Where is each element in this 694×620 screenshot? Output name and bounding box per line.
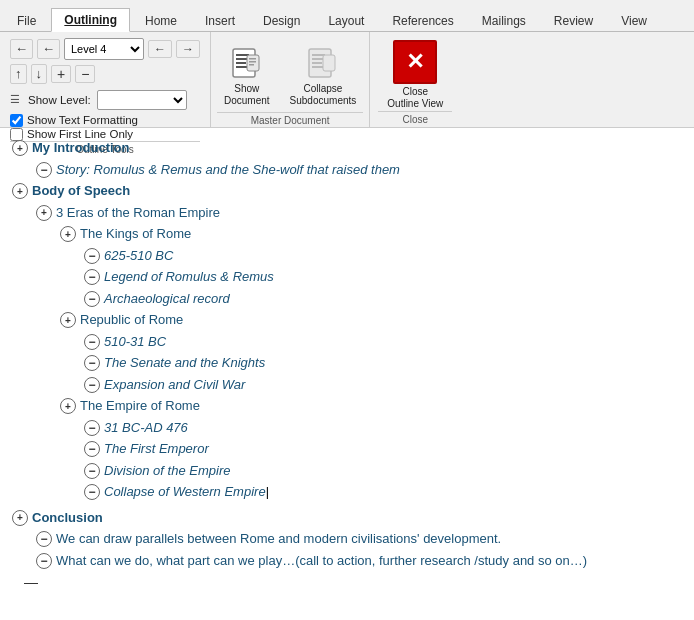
demote-btn[interactable]: → [176,40,200,58]
expand-republic[interactable]: + [60,312,76,328]
collapse-subdocuments-icon [305,45,341,81]
toggle-collapse[interactable]: − [84,484,100,500]
list-item: − Story: Romulus & Remus and the She-wol… [36,160,682,180]
ribbon: ← ← Level 4 Level 1 Level 2 Level 3 Leve… [0,32,694,128]
show-formatting-label: Show Text Formatting [27,114,138,126]
expand-conclusion[interactable]: + [12,510,28,526]
toggle-division[interactable]: − [84,463,100,479]
close-section: ✕ CloseOutline View Close [370,32,460,127]
kings-text[interactable]: The Kings of Rome [80,224,191,244]
tab-mailings[interactable]: Mailings [469,9,539,32]
list-item: − We can draw parallels between Rome and… [36,529,682,549]
nav-back-btn[interactable]: ← [10,39,33,59]
toggle-legend[interactable]: − [84,269,100,285]
collapse-subdocuments-button[interactable]: CollapseSubdocuments [283,40,364,112]
tab-view[interactable]: View [608,9,660,32]
list-item: + 3 Eras of the Roman Empire [36,203,682,223]
dash-line: — [24,574,682,590]
show-level-icon: ☰ [10,93,20,106]
list-item: − 625-510 BC [84,246,682,266]
tab-file[interactable]: File [4,9,49,32]
list-item: + Conclusion [12,508,682,528]
tab-outlining[interactable]: Outlining [51,8,130,32]
expand-empire[interactable]: + [60,398,76,414]
body-of-speech-text[interactable]: Body of Speech [32,181,130,201]
list-item: + My Introduction [12,138,682,158]
tab-review[interactable]: Review [541,9,606,32]
tab-layout[interactable]: Layout [315,9,377,32]
list-item: − Division of the Empire [84,461,682,481]
collapse-text[interactable]: Collapse of Western Empire [104,482,269,502]
tab-references[interactable]: References [379,9,466,32]
master-document-label: Master Document [217,112,363,126]
tab-insert[interactable]: Insert [192,9,248,32]
show-first-line-checkbox[interactable] [10,128,23,141]
empire-text[interactable]: The Empire of Rome [80,396,200,416]
510-text[interactable]: 510-31 BC [104,332,166,352]
list-item: − The First Emperor [84,439,682,459]
3-eras-text[interactable]: 3 Eras of the Roman Empire [56,203,220,223]
toggle-conclusion-1[interactable]: − [36,531,52,547]
31bc-text[interactable]: 31 BC-AD 476 [104,418,188,438]
show-formatting-checkbox[interactable] [10,114,23,127]
move-up-btn[interactable]: ↑ [10,64,27,84]
list-item: − Collapse of Western Empire [84,482,682,502]
expand-btn[interactable]: + [51,65,71,83]
list-item: + Body of Speech [12,181,682,201]
toggle-510[interactable]: − [84,334,100,350]
nav-forward-btn[interactable]: ← [37,39,60,59]
list-item: − The Senate and the Knights [84,353,682,373]
close-label: Close [378,111,452,125]
close-outline-view-button[interactable]: ✕ CloseOutline View [378,36,452,111]
toggle-expansion[interactable]: − [84,377,100,393]
expand-kings[interactable]: + [60,226,76,242]
division-text[interactable]: Division of the Empire [104,461,230,481]
toggle-31bc[interactable]: − [84,420,100,436]
legend-text[interactable]: Legend of Romulus & Remus [104,267,274,287]
svg-rect-7 [249,61,256,63]
show-document-button[interactable]: ShowDocument [217,40,277,112]
show-document-label: ShowDocument [224,83,270,107]
collapse-btn[interactable]: − [75,65,95,83]
show-level-select[interactable]: Level 1 Level 2 Level 3 Level 4 All Leve… [97,90,187,110]
toggle-senate[interactable]: − [84,355,100,371]
conclusion-text[interactable]: Conclusion [32,508,103,528]
my-introduction-text[interactable]: My Introduction [32,138,130,158]
close-outline-view-icon: ✕ [393,40,437,84]
story-text[interactable]: Story: Romulus & Remus and the She-wolf … [56,160,400,180]
conclusion-sub2-text[interactable]: What can we do, what part can we play…(c… [56,551,587,571]
republic-text[interactable]: Republic of Rome [80,310,183,330]
tab-bar: File Outlining Home Insert Design Layout… [0,0,694,32]
toggle-story[interactable]: − [36,162,52,178]
svg-rect-12 [312,62,322,64]
list-item: − Expansion and Civil War [84,375,682,395]
outline-tools-section: ← ← Level 4 Level 1 Level 2 Level 3 Leve… [0,32,211,127]
625-text[interactable]: 625-510 BC [104,246,173,266]
tab-home[interactable]: Home [132,9,190,32]
svg-rect-6 [249,58,256,60]
first-emperor-text[interactable]: The First Emperor [104,439,209,459]
list-item: − Archaeological record [84,289,682,309]
senate-text[interactable]: The Senate and the Knights [104,353,265,373]
toggle-archaeological[interactable]: − [84,291,100,307]
list-item: − Legend of Romulus & Remus [84,267,682,287]
expand-my-introduction[interactable]: + [12,140,28,156]
tab-design[interactable]: Design [250,9,313,32]
toggle-first-emperor[interactable]: − [84,441,100,457]
toggle-conclusion-2[interactable]: − [36,553,52,569]
svg-rect-5 [247,55,259,71]
svg-rect-14 [323,55,335,71]
list-item: + The Empire of Rome [60,396,682,416]
show-level-label: Show Level: [28,94,91,106]
expand-body-of-speech[interactable]: + [12,183,28,199]
level-select[interactable]: Level 4 Level 1 Level 2 Level 3 Level 5 … [64,38,144,60]
move-down-btn[interactable]: ↓ [31,64,48,84]
svg-rect-8 [249,64,254,66]
toggle-625[interactable]: − [84,248,100,264]
archaeological-text[interactable]: Archaeological record [104,289,230,309]
master-document-section: ShowDocument CollapseSubdocuments [211,32,370,127]
conclusion-sub1-text[interactable]: We can draw parallels between Rome and m… [56,529,501,549]
expansion-text[interactable]: Expansion and Civil War [104,375,245,395]
promote-btn[interactable]: ← [148,40,172,58]
expand-3-eras[interactable]: + [36,205,52,221]
